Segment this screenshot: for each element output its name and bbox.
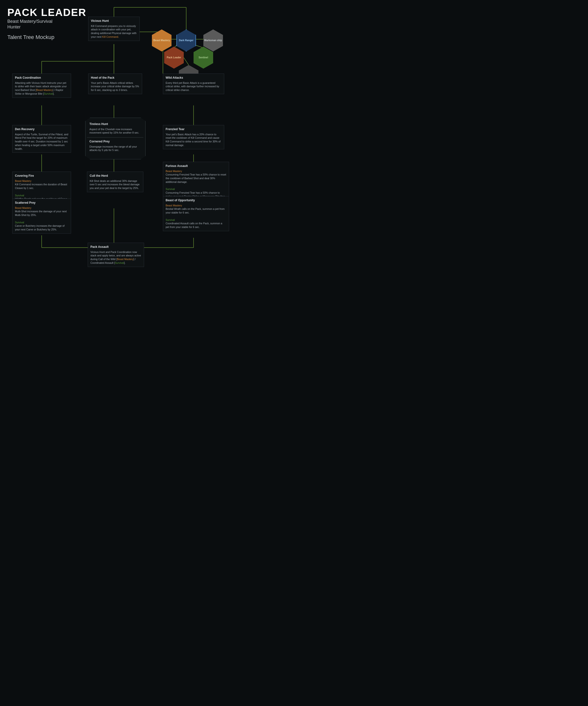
wild-attacks-card: Wild Attacks Every third pet Basic Attac… [163,74,224,94]
header: PACK LEADER Beast Mastery/SurvivalHunter… [7,7,86,40]
vicious-hunt-title: Vicious Hunt [91,19,137,23]
spec-pack-leader[interactable]: Pack Leader [164,47,184,69]
pack-assault-title: Pack Assault [90,245,141,249]
cull-herd-title: Cull the Herd [90,174,141,178]
howl-pack-title: Howl of the Pack [91,76,139,80]
pack-coord-title: Pack Coordination [15,76,68,80]
den-recovery-title: Den Recovery [15,127,68,131]
pack-assault-body: Vicious Hunt and Pack Coordination now s… [90,250,141,265]
scattered-prey-title: Scattered Prey [15,201,68,205]
frenzied-tear-body: Your pet's Basic Attack has a 20% chance… [166,132,221,147]
page-subtitle: Beast Mastery/SurvivalHunter [7,18,86,30]
svg-line-4 [184,57,188,65]
pack-assault-card: Pack Assault Vicious Hunt and Pack Coord… [88,243,144,267]
cornered-prey-title: Cornered Prey [89,140,141,144]
furious-assault-title: Furious Assault [166,164,226,168]
howl-pack-body: Your pet's Basic Attack critical strikes… [91,81,139,92]
den-recovery-card: Den Recovery Aspect of the Turtle, Survi… [12,125,71,153]
cornered-prey-body: Disengage increases the range of all you… [89,145,141,152]
wild-attacks-title: Wild Attacks [166,76,221,80]
beast-opportunity-card: Beast of Opportunity Beast Mastery Besti… [163,196,229,231]
howl-pack-card: Howl of the Pack Your pet's Basic Attack… [88,74,142,94]
mockup-label: Talent Tree Mockup [7,34,86,40]
beast-opportunity-body: Beast Mastery Bestial Wrath calls on the… [166,204,226,229]
spec-sentinel[interactable]: Sentinel [194,47,213,69]
frenzied-tear-title: Frenzied Tear [166,127,221,131]
scattered-prey-card: Scattered Prey Beast Mastery Multi-Shot … [12,199,71,234]
beast-opportunity-title: Beast of Opportunity [166,198,226,202]
tireless-hunt-card: Tireless Hunt Aspect of the Cheetah now … [87,120,143,136]
pack-coord-card: Pack Coordination Attacking with Vicious… [12,74,71,98]
tireless-hunt-title: Tireless Hunt [89,122,141,126]
wild-attacks-body: Every third pet Basic Attack is a guaran… [166,81,221,92]
cull-herd-body: Kill Shot deals an additional 30% damage… [90,179,141,190]
pack-coord-body: Attacking with Vicious Hunt instructs yo… [15,81,68,95]
vicious-hunt-body: Kill Command prepares you to viciously a… [91,24,137,39]
spec-beast-mastery[interactable]: Beast Mastery [152,30,171,51]
covering-fire-title: Covering Fire [15,174,68,178]
scattered-prey-body: Beast Mastery Multi-Shot increases the d… [15,206,68,231]
vicious-hunt-card: Vicious Hunt Kill Command prepares you t… [88,17,140,41]
cornered-prey-card: Cornered Prey Disengage increases the ra… [87,137,143,154]
kill-command-link: Kill Command. [102,35,119,38]
frenzied-tear-card: Frenzied Tear Your pet's Basic Attack ha… [163,125,224,149]
spec-marksman[interactable]: Marksman ship [203,30,223,51]
spec-dark-ranger[interactable]: Dark Ranger [176,30,196,51]
page-title: PACK LEADER [7,7,86,17]
cull-herd-card: Cull the Herd Kill Shot deals an additio… [87,171,143,192]
tireless-hunt-body: Aspect of the Cheetah now increases move… [89,127,141,134]
den-recovery-body: Aspect of the Turtle, Survival of the Fi… [15,132,68,151]
